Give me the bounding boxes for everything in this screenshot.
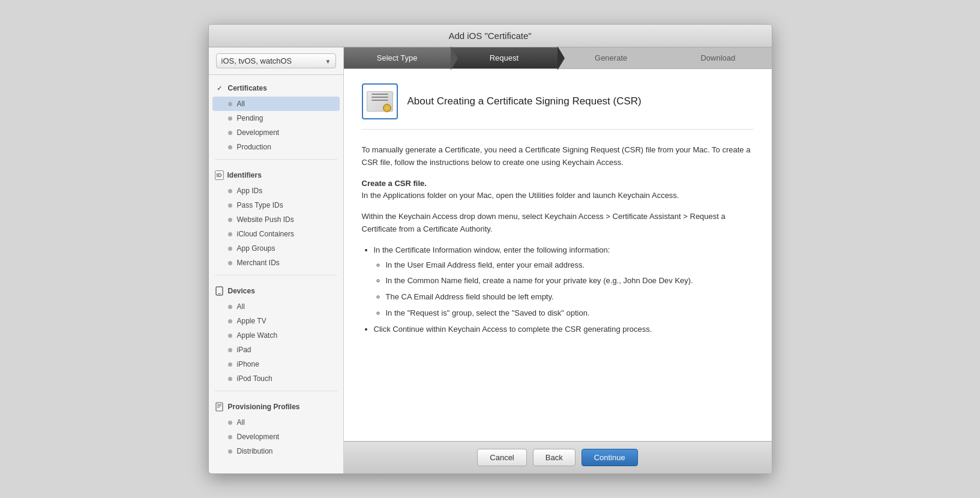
devices-header: Devices — [209, 283, 343, 299]
sidebar-item-website-push-ids[interactable]: Website Push IDs — [209, 212, 343, 227]
devices-section: Devices All Apple TV Apple Watch iPad — [209, 278, 343, 388]
progress-bar: Select Type Request Generate Download — [344, 47, 772, 69]
sidebar-item-certs-production[interactable]: Production — [209, 140, 343, 154]
sidebar-item-label: iCloud Containers — [237, 230, 294, 238]
devices-icon — [215, 286, 224, 296]
cert-lines — [371, 94, 388, 101]
dot-icon — [228, 435, 232, 439]
create-csr-section: Create a CSR file. In the Applications f… — [362, 178, 754, 203]
dot-icon — [228, 319, 232, 323]
sidebar-item-pass-type-ids[interactable]: Pass Type IDs — [209, 198, 343, 212]
cert-seal-icon — [383, 104, 391, 112]
sidebar-item-ipad[interactable]: iPad — [209, 343, 343, 357]
sidebar-item-app-groups[interactable]: App Groups — [209, 241, 343, 256]
provisioning-header: Provisioning Profiles — [209, 398, 343, 415]
dot-icon — [228, 189, 232, 193]
sidebar-item-certs-all[interactable]: All — [212, 97, 340, 111]
progress-step-generate[interactable]: Generate — [558, 47, 664, 68]
title-bar: Add iOS "Certificate" — [209, 25, 772, 47]
intro-text: To manually generate a Certificate, you … — [362, 144, 754, 169]
cert-header: About Creating a Certificate Signing Req… — [362, 83, 754, 130]
dot-icon — [228, 348, 232, 352]
sidebar-item-profiles-distribution[interactable]: Distribution — [209, 444, 343, 458]
svg-rect-1 — [218, 293, 221, 294]
bullet-common-name: In the Common Name field, create a name … — [386, 275, 754, 287]
progress-step-select-type[interactable]: Select Type — [344, 47, 451, 68]
separator — [215, 159, 337, 160]
sidebar-item-label: All — [237, 418, 245, 427]
sidebar-item-icloud-containers[interactable]: iCloud Containers — [209, 227, 343, 241]
cert-line-2 — [371, 97, 388, 98]
cert-line-1 — [371, 94, 388, 95]
sidebar-item-label: Apple Watch — [237, 331, 278, 340]
sidebar-item-profiles-development[interactable]: Development — [209, 430, 343, 444]
sidebar-item-certs-pending[interactable]: Pending — [209, 111, 343, 125]
certificates-section: ✓ Certificates All Pending Development — [209, 75, 343, 157]
cert-heading: About Creating a Certificate Signing Req… — [407, 95, 642, 107]
create-csr-title: Create a CSR file. — [362, 179, 427, 188]
identifiers-label: Identifiers — [227, 171, 262, 179]
sidebar-item-label: Production — [237, 143, 271, 151]
progress-step-download[interactable]: Download — [664, 47, 771, 68]
platform-dropdown-container[interactable]: iOS, tvOS, watchOSmacOSAll ▼ — [209, 47, 343, 75]
bullet-email: In the User Email Address field, enter y… — [386, 259, 754, 272]
dot-icon — [228, 203, 232, 208]
continue-button[interactable]: Continue — [582, 449, 638, 466]
dot-icon — [228, 377, 232, 381]
certificate-icon — [362, 83, 398, 119]
sidebar-item-label: All — [237, 302, 245, 311]
bottom-bar: Cancel Back Continue — [344, 441, 772, 473]
identifiers-header: ID Identifiers — [209, 167, 343, 184]
certificates-header: ✓ Certificates — [209, 80, 343, 97]
dot-icon — [228, 102, 232, 106]
certificates-label: Certificates — [228, 84, 267, 92]
sidebar-item-label: Distribution — [237, 447, 273, 455]
dot-icon — [228, 218, 232, 222]
sidebar-item-apple-watch[interactable]: Apple Watch — [209, 328, 343, 343]
sidebar-item-apple-tv[interactable]: Apple TV — [209, 314, 343, 328]
dot-icon — [228, 261, 232, 265]
dot-icon — [228, 362, 232, 367]
sidebar-item-label: App Groups — [237, 244, 275, 253]
dot-icon — [228, 131, 232, 135]
cert-line-3 — [371, 100, 388, 101]
certificates-icon: ✓ — [215, 83, 224, 93]
sidebar-item-profiles-all[interactable]: All — [209, 415, 343, 430]
sidebar-item-label: Development — [237, 433, 280, 441]
sidebar-item-label: App IDs — [237, 187, 263, 195]
dot-icon — [228, 232, 232, 236]
sidebar: iOS, tvOS, watchOSmacOSAll ▼ ✓ Certifica… — [209, 47, 344, 473]
sidebar-item-ipod-touch[interactable]: iPod Touch — [209, 371, 343, 386]
dot-icon — [228, 334, 232, 338]
dot-icon — [228, 247, 232, 251]
outer-bullet-list: In the Certificate Information window, e… — [374, 244, 754, 336]
platform-select[interactable]: iOS, tvOS, watchOSmacOSAll — [216, 53, 336, 68]
bullet-continue: Click Continue within Keychain Access to… — [374, 323, 754, 336]
bullet-ca-email: The CA Email Address field should be lef… — [386, 291, 754, 304]
dot-icon — [228, 305, 232, 309]
progress-step-request[interactable]: Request — [451, 47, 558, 68]
cancel-button[interactable]: Cancel — [477, 449, 526, 466]
inner-bullet-list: In the User Email Address field, enter y… — [386, 259, 754, 320]
provisioning-label: Provisioning Profiles — [228, 403, 300, 411]
sidebar-item-certs-development[interactable]: Development — [209, 125, 343, 140]
dot-icon — [228, 421, 232, 425]
devices-label: Devices — [228, 287, 255, 295]
sidebar-item-iphone[interactable]: iPhone — [209, 357, 343, 371]
sidebar-item-app-ids[interactable]: App IDs — [209, 184, 343, 198]
cert-doc — [367, 91, 393, 112]
sidebar-item-devices-all[interactable]: All — [209, 299, 343, 314]
separator — [215, 391, 337, 391]
sidebar-item-merchant-ids[interactable]: Merchant IDs — [209, 256, 343, 270]
provisioning-icon — [215, 402, 224, 412]
sidebar-item-label: iPod Touch — [237, 374, 272, 383]
sidebar-item-label: Development — [237, 128, 280, 137]
right-panel: Select Type Request Generate Download — [344, 47, 772, 473]
sidebar-item-label: Apple TV — [237, 317, 266, 325]
identifiers-icon: ID — [215, 170, 224, 180]
create-csr-body: In the Applications folder on your Mac, … — [362, 191, 679, 200]
sidebar-item-label: Website Push IDs — [237, 215, 294, 224]
back-button[interactable]: Back — [533, 449, 576, 466]
sidebar-item-label: iPad — [237, 346, 251, 354]
sidebar-item-label: All — [237, 100, 245, 108]
